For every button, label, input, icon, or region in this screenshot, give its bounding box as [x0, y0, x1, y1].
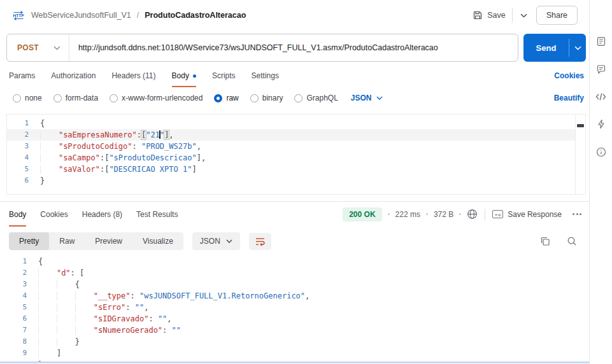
radio-form-data[interactable]: form-data — [53, 94, 98, 102]
response-meta: 200 OK 222 ms 372 B e.g Save Response — [343, 202, 583, 227]
save-response-label: Save Response — [508, 210, 562, 219]
code-line[interactable]: 2 "saEmpresaNumero":["21"], — [7, 129, 585, 141]
view-raw[interactable]: Raw — [49, 232, 85, 250]
response-horizontal-scrollbar[interactable] — [0, 361, 589, 363]
right-sidebar — [589, 0, 612, 364]
bolt-icon[interactable] — [596, 118, 606, 130]
info-icon[interactable] — [595, 146, 607, 158]
tab-params[interactable]: Params — [9, 64, 35, 87]
radio-graphql[interactable]: GraphQL — [294, 94, 338, 102]
breadcrumb: HTTP WebServiceJundsoftFull_V1 / Produto… — [11, 10, 246, 21]
beautify-link[interactable]: Beautify — [554, 94, 584, 102]
request-tabs: Params Authorization Headers (11) Body S… — [0, 64, 589, 87]
chevron-down-icon — [376, 96, 383, 100]
code-line[interactable]: 4 "saCampo":["sProdutoDescricao"], — [7, 152, 585, 164]
divider — [485, 209, 485, 220]
line-number: 1 — [7, 118, 29, 129]
code-line[interactable]: 3 { — [5, 279, 589, 290]
breadcrumb-separator: / — [137, 11, 139, 20]
tab-scripts[interactable]: Scripts — [212, 64, 236, 87]
wrap-text-button[interactable] — [249, 233, 271, 250]
main-panel: HTTP WebServiceJundsoftFull_V1 / Produto… — [0, 0, 589, 364]
code-line[interactable]: 2 "d": [ — [5, 267, 589, 279]
save-options-chevron[interactable] — [519, 12, 529, 19]
code-line[interactable]: 4 "__type": "wsJUNDSOFT_FULL_V1.RetornoG… — [5, 290, 589, 302]
method-selector[interactable]: POST — [7, 43, 69, 52]
radio-circle — [294, 94, 302, 102]
network-globe-icon[interactable] — [467, 209, 478, 220]
code-line[interactable]: 8 } — [5, 336, 589, 347]
documentation-icon[interactable] — [595, 36, 607, 47]
share-button[interactable]: Share — [536, 6, 578, 25]
cookies-link[interactable]: Cookies — [554, 71, 584, 80]
radio-x-www-form-urlencoded[interactable]: x-www-form-urlencoded — [110, 94, 203, 102]
save-label: Save — [487, 11, 506, 20]
view-preview[interactable]: Preview — [85, 232, 132, 250]
response-language-select[interactable]: JSON — [192, 232, 240, 250]
save-button[interactable]: Save — [473, 10, 506, 20]
code-line[interactable]: 9 ] — [5, 347, 589, 359]
line-number: 8 — [5, 336, 27, 347]
line-number: 4 — [7, 152, 29, 164]
http-request-icon: HTTP — [11, 10, 25, 21]
code-line[interactable]: 1{ — [7, 118, 585, 129]
code-line[interactable]: 6 "sIDGravado": "", — [5, 313, 589, 325]
editor-vertical-scrollbar[interactable] — [575, 115, 585, 194]
response-body-editor[interactable]: 1{2 "d": [3 {4 "__type": "wsJUNDSOFT_FUL… — [0, 256, 589, 361]
radio-circle — [13, 94, 21, 102]
code-line[interactable]: 1{ — [5, 256, 589, 267]
view-pretty[interactable]: Pretty — [9, 232, 49, 250]
save-example-icon: e.g — [492, 210, 503, 218]
line-number: 1 — [5, 256, 27, 267]
breadcrumb-request-name[interactable]: ProdutoCadastroAlteracao — [145, 11, 246, 20]
search-icon[interactable] — [567, 236, 577, 246]
line-number: 5 — [5, 302, 27, 313]
dot-separator — [426, 213, 428, 215]
response-size: 372 B — [434, 210, 453, 219]
comments-icon[interactable] — [595, 64, 607, 75]
tab-body[interactable]: Body — [172, 64, 196, 87]
body-language-select[interactable]: JSON — [351, 94, 383, 102]
response-tab-test-results[interactable]: Test Results — [136, 202, 178, 227]
radio-binary[interactable]: binary — [250, 94, 283, 102]
save-response-button[interactable]: e.g Save Response — [492, 210, 562, 219]
code-snippet-icon[interactable] — [595, 92, 607, 102]
code-line[interactable]: 5 "saValor":["DESCRICAO XPTO 1"] — [7, 164, 585, 175]
code-line[interactable]: 6} — [7, 175, 585, 186]
code-line[interactable]: 3 "sProdutoCodigo": "PROD_WS27b", — [7, 141, 585, 152]
radio-raw[interactable]: raw — [214, 94, 238, 102]
send-button[interactable]: Send — [523, 34, 586, 62]
more-actions-menu[interactable] — [571, 211, 583, 218]
code-line[interactable]: 7 "sNumeroGerado": "" — [5, 325, 589, 336]
line-number: 2 — [5, 267, 27, 279]
response-view-switcher: Pretty Raw Preview Visualize — [9, 232, 183, 250]
tab-headers[interactable]: Headers (11) — [111, 64, 155, 87]
postman-app: HTTP WebServiceJundsoftFull_V1 / Produto… — [0, 0, 612, 364]
wrap-lines-icon — [255, 237, 266, 246]
line-number: 7 — [5, 325, 27, 336]
response-toolbar-icons — [540, 236, 577, 246]
request-body-editor[interactable]: 1{2 "saEmpresaNumero":["21"],3 "sProduto… — [6, 114, 586, 195]
radio-none[interactable]: none — [13, 94, 42, 102]
tab-settings[interactable]: Settings — [252, 64, 279, 87]
scrollbar-thumb[interactable] — [577, 124, 584, 127]
send-options-chevron[interactable] — [569, 34, 586, 62]
chevron-down-icon — [53, 46, 60, 50]
body-type-row: none form-data x-www-form-urlencoded raw… — [0, 87, 589, 109]
code-line[interactable]: 5 "sErro": "", — [5, 302, 589, 313]
response-tab-body[interactable]: Body — [9, 202, 26, 227]
floppy-icon — [473, 10, 483, 20]
radio-circle — [110, 94, 118, 102]
response-view-toolbar: Pretty Raw Preview Visualize JSON — [9, 232, 582, 250]
breadcrumb-collection[interactable]: WebServiceJundsoftFull_V1 — [31, 11, 131, 20]
status-badge: 200 OK — [343, 207, 381, 221]
view-visualize[interactable]: Visualize — [132, 232, 183, 250]
send-label: Send — [523, 34, 569, 62]
body-modified-dot — [193, 74, 196, 78]
copy-icon[interactable] — [540, 236, 550, 246]
url-input[interactable] — [69, 43, 518, 52]
response-tab-headers[interactable]: Headers (8) — [82, 202, 122, 227]
response-tab-cookies[interactable]: Cookies — [40, 202, 68, 227]
line-number: 2 — [7, 129, 29, 141]
tab-authorization[interactable]: Authorization — [51, 64, 96, 87]
